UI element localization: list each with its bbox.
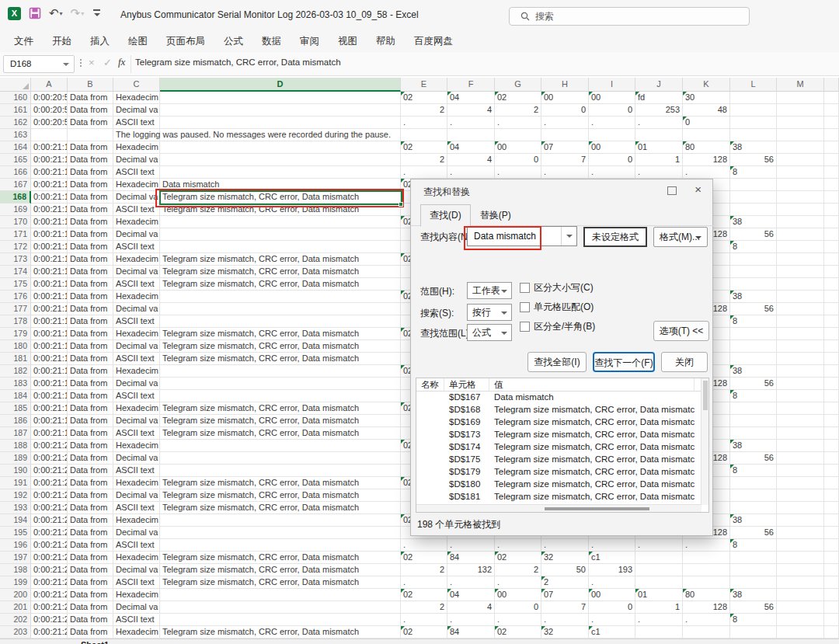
cell[interactable] [730,477,777,489]
cell[interactable]: Data from [68,154,113,166]
cell[interactable]: 02 [495,626,541,639]
column-header-J[interactable]: J [635,78,683,92]
tab-find[interactable]: 查找(D) [420,204,471,227]
cell[interactable]: Data from [68,378,113,390]
row-header-176[interactable]: 176 [0,291,31,303]
cell[interactable]: 38 [730,141,777,154]
cell[interactable] [160,365,401,378]
format-button[interactable]: 格式(M)... [653,227,708,247]
row-header-185[interactable]: 185 [0,402,31,415]
options-button[interactable]: 选项(T) << [653,321,709,341]
cell[interactable] [31,129,68,141]
column-header-C[interactable]: C [113,78,160,92]
cell[interactable]: 02 [401,626,447,639]
cell[interactable]: Data from [68,489,113,502]
cell[interactable]: Decimal va [113,378,160,390]
row-header-195[interactable]: 195 [0,527,31,539]
cell[interactable]: . [541,539,589,552]
cell[interactable]: Decimal va [113,104,160,117]
cell[interactable]: 4 [447,104,495,117]
column-header-M[interactable]: M [777,78,824,92]
cell[interactable]: Data from [68,315,113,328]
cell[interactable]: 2 [401,154,447,166]
cell[interactable]: 8 [730,614,777,626]
cell[interactable] [777,340,824,353]
cell[interactable]: 02 [401,552,447,564]
cell[interactable]: . [683,614,730,626]
dialog-maximize-icon[interactable] [667,186,677,195]
cell[interactable] [635,552,683,564]
cell[interactable]: . [495,166,541,179]
cell[interactable]: Telegram size mismatch, CRC error, Data … [160,415,401,427]
ribbon-tab-help[interactable]: 帮助 [367,32,405,51]
row-header-202[interactable]: 202 [0,614,31,626]
row-header-188[interactable]: 188 [0,440,31,452]
cell[interactable]: 0:00:21:16. [31,266,68,278]
cell[interactable]: ASCII text [113,390,160,402]
cell[interactable]: Hexadecim [113,402,160,415]
cell[interactable] [777,266,824,278]
close-button[interactable]: 关闭 [661,352,708,372]
row-header-165[interactable]: 165 [0,154,31,166]
cell[interactable] [777,514,824,527]
cell[interactable] [777,576,824,589]
cell[interactable]: Data from [68,179,113,191]
cell[interactable] [730,204,777,216]
row-header-194[interactable]: 194 [0,514,31,527]
row-header-186[interactable]: 186 [0,415,31,427]
cell[interactable] [777,502,824,514]
cell[interactable] [777,365,824,378]
cell[interactable]: Data from [68,477,113,489]
cell[interactable]: ASCII text [113,427,160,440]
cell[interactable]: 7 [541,154,589,166]
cell[interactable] [777,179,824,191]
cell[interactable]: 0:00:21:20. [31,452,68,465]
cell[interactable]: Data from [68,253,113,266]
cell[interactable]: Data from [68,440,113,452]
cell[interactable] [160,614,401,626]
cell[interactable]: 0 [495,154,541,166]
cell[interactable]: Decimal va [113,228,160,241]
cell[interactable]: Data from [68,415,113,427]
cell[interactable]: 02 [495,552,541,564]
cell[interactable]: . [683,539,730,552]
row-header-193[interactable]: 193 [0,502,31,514]
cell[interactable]: . [589,166,635,179]
find-all-button[interactable]: 查找全部(I) [527,352,587,372]
cell[interactable] [730,340,777,353]
cell[interactable] [777,601,824,614]
row-header-184[interactable]: 184 [0,390,31,402]
cell[interactable]: Hexadecim [113,477,160,489]
cell[interactable]: 0:00:21:16. [31,241,68,253]
cell[interactable] [683,552,730,564]
cell[interactable]: 8 [730,315,777,328]
cell[interactable]: Telegram size mismatch, CRC error, Data … [160,427,401,440]
cell[interactable]: 0:00:21:16. [31,216,68,228]
cell[interactable]: 02 [401,92,447,104]
ribbon-tab-insert[interactable]: 插入 [81,32,119,51]
cell[interactable] [777,315,824,328]
cell[interactable] [730,266,777,278]
cell[interactable]: Data from [68,353,113,365]
row-header-179[interactable]: 179 [0,328,31,340]
search-order-select[interactable]: 按行 [467,304,512,321]
row-header-164[interactable]: 164 [0,141,31,154]
cell[interactable]: 0:00:21:15. [31,204,68,216]
cell[interactable]: 02 [401,141,447,154]
cell[interactable]: . [635,539,683,552]
cell[interactable]: Decimal va [113,489,160,502]
ribbon-tab-formulas[interactable]: 公式 [214,32,252,51]
cell[interactable]: Data from [68,601,113,614]
cell[interactable]: 0:00:20:58. [31,104,68,117]
cell[interactable]: 0:00:21:20. [31,502,68,514]
cell[interactable]: . [495,614,541,626]
cell[interactable] [541,129,589,141]
cell[interactable]: Data from [68,228,113,241]
cell[interactable]: Telegram size mismatch, CRC error, Data … [160,402,401,415]
cell[interactable]: 128 [683,601,730,614]
cell[interactable]: . [447,576,495,589]
row-header-160[interactable]: 160 [0,92,31,104]
cell[interactable]: 38 [730,440,777,452]
cell[interactable] [730,179,777,191]
cell[interactable]: 0:00:21:16. [31,228,68,241]
